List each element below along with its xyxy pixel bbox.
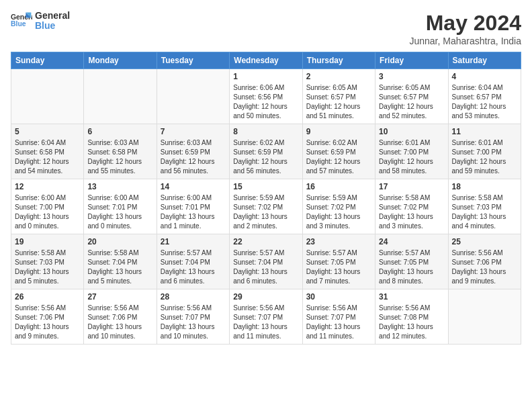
day-number: 17: [379, 182, 444, 191]
day-number: 2: [306, 72, 371, 81]
day-info: Sunrise: 5:56 AM Sunset: 7:07 PM Dayligh…: [161, 304, 226, 341]
day-number: 20: [87, 237, 152, 246]
logo-text-general: General: [35, 11, 70, 21]
day-number: 5: [15, 127, 80, 136]
day-info: Sunrise: 6:06 AM Sunset: 6:56 PM Dayligh…: [233, 83, 298, 121]
calendar-cell: 30Sunrise: 5:56 AM Sunset: 7:07 PM Dayli…: [302, 289, 375, 345]
day-info: Sunrise: 6:05 AM Sunset: 6:57 PM Dayligh…: [306, 83, 371, 121]
day-info: Sunrise: 5:56 AM Sunset: 7:07 PM Dayligh…: [306, 304, 371, 341]
calendar-header: SundayMondayTuesdayWednesdayThursdayFrid…: [11, 52, 521, 69]
calendar-cell: 24Sunrise: 5:57 AM Sunset: 7:05 PM Dayli…: [375, 234, 448, 289]
weekday-saturday: Saturday: [448, 52, 521, 69]
day-info: Sunrise: 5:57 AM Sunset: 7:05 PM Dayligh…: [306, 248, 371, 286]
day-number: 19: [15, 237, 80, 246]
day-number: 6: [87, 127, 152, 136]
day-info: Sunrise: 5:58 AM Sunset: 7:03 PM Dayligh…: [452, 193, 517, 231]
title-block: May 2024 Junnar, Maharashtra, India: [409, 11, 521, 46]
day-number: 26: [15, 292, 80, 302]
day-info: Sunrise: 5:56 AM Sunset: 7:06 PM Dayligh…: [452, 248, 517, 286]
day-info: Sunrise: 5:59 AM Sunset: 7:02 PM Dayligh…: [306, 193, 371, 231]
day-number: 11: [452, 127, 517, 136]
calendar-cell: 16Sunrise: 5:59 AM Sunset: 7:02 PM Dayli…: [302, 179, 375, 234]
calendar-cell: 11Sunrise: 6:01 AM Sunset: 7:00 PM Dayli…: [448, 124, 521, 179]
day-number: 29: [233, 292, 298, 302]
day-info: Sunrise: 5:56 AM Sunset: 7:08 PM Dayligh…: [379, 304, 444, 341]
day-number: 13: [87, 182, 152, 191]
calendar-cell: [448, 289, 521, 345]
day-info: Sunrise: 5:57 AM Sunset: 7:04 PM Dayligh…: [233, 248, 298, 286]
day-number: 22: [233, 237, 298, 246]
calendar-cell: 7Sunrise: 6:03 AM Sunset: 6:59 PM Daylig…: [157, 124, 229, 179]
day-number: 31: [379, 292, 444, 302]
day-info: Sunrise: 6:05 AM Sunset: 6:57 PM Dayligh…: [379, 83, 444, 121]
calendar-cell: 22Sunrise: 5:57 AM Sunset: 7:04 PM Dayli…: [230, 234, 302, 289]
day-info: Sunrise: 5:56 AM Sunset: 7:07 PM Dayligh…: [233, 304, 298, 341]
calendar-week-2: 5Sunrise: 6:04 AM Sunset: 6:58 PM Daylig…: [11, 124, 521, 179]
calendar-cell: 26Sunrise: 5:56 AM Sunset: 7:06 PM Dayli…: [11, 289, 84, 345]
day-info: Sunrise: 6:01 AM Sunset: 7:00 PM Dayligh…: [379, 138, 444, 176]
day-info: Sunrise: 6:00 AM Sunset: 7:00 PM Dayligh…: [15, 193, 80, 231]
weekday-thursday: Thursday: [302, 52, 375, 69]
calendar-cell: 2Sunrise: 6:05 AM Sunset: 6:57 PM Daylig…: [302, 69, 375, 124]
day-number: 21: [161, 237, 226, 246]
calendar-cell: 19Sunrise: 5:58 AM Sunset: 7:03 PM Dayli…: [11, 234, 84, 289]
day-number: 12: [15, 182, 80, 191]
day-number: 25: [452, 237, 517, 246]
day-number: 7: [161, 127, 226, 136]
weekday-wednesday: Wednesday: [230, 52, 302, 69]
calendar-cell: [84, 69, 157, 124]
day-info: Sunrise: 5:57 AM Sunset: 7:05 PM Dayligh…: [379, 248, 444, 286]
calendar-cell: 13Sunrise: 6:00 AM Sunset: 7:01 PM Dayli…: [84, 179, 157, 234]
day-number: 27: [87, 292, 152, 302]
day-info: Sunrise: 6:01 AM Sunset: 7:00 PM Dayligh…: [452, 138, 517, 176]
calendar-cell: 29Sunrise: 5:56 AM Sunset: 7:07 PM Dayli…: [230, 289, 302, 345]
calendar-cell: 21Sunrise: 5:57 AM Sunset: 7:04 PM Dayli…: [157, 234, 229, 289]
page-header: General Blue General Blue May 2024 Junna…: [11, 11, 521, 46]
day-number: 1: [233, 72, 298, 81]
day-info: Sunrise: 5:58 AM Sunset: 7:02 PM Dayligh…: [379, 193, 444, 231]
weekday-tuesday: Tuesday: [157, 52, 229, 69]
logo: General Blue General Blue: [11, 11, 70, 32]
day-info: Sunrise: 6:00 AM Sunset: 7:01 PM Dayligh…: [87, 193, 152, 231]
day-info: Sunrise: 6:02 AM Sunset: 6:59 PM Dayligh…: [306, 138, 371, 176]
month-title: May 2024: [409, 11, 521, 36]
calendar-cell: 3Sunrise: 6:05 AM Sunset: 6:57 PM Daylig…: [375, 69, 448, 124]
calendar-cell: 14Sunrise: 6:00 AM Sunset: 7:01 PM Dayli…: [157, 179, 229, 234]
weekday-monday: Monday: [84, 52, 157, 69]
day-info: Sunrise: 6:02 AM Sunset: 6:59 PM Dayligh…: [233, 138, 298, 176]
day-number: 14: [161, 182, 226, 191]
day-number: 23: [306, 237, 371, 246]
day-info: Sunrise: 6:04 AM Sunset: 6:57 PM Dayligh…: [452, 83, 517, 121]
day-info: Sunrise: 6:00 AM Sunset: 7:01 PM Dayligh…: [161, 193, 226, 231]
day-info: Sunrise: 5:58 AM Sunset: 7:04 PM Dayligh…: [87, 248, 152, 286]
calendar-cell: 12Sunrise: 6:00 AM Sunset: 7:00 PM Dayli…: [11, 179, 84, 234]
calendar-cell: 31Sunrise: 5:56 AM Sunset: 7:08 PM Dayli…: [375, 289, 448, 345]
calendar-cell: 4Sunrise: 6:04 AM Sunset: 6:57 PM Daylig…: [448, 69, 521, 124]
svg-text:Blue: Blue: [11, 21, 26, 28]
day-info: Sunrise: 5:57 AM Sunset: 7:04 PM Dayligh…: [161, 248, 226, 286]
weekday-friday: Friday: [375, 52, 448, 69]
day-info: Sunrise: 6:04 AM Sunset: 6:58 PM Dayligh…: [15, 138, 80, 176]
calendar-cell: [11, 69, 84, 124]
weekday-sunday: Sunday: [11, 52, 84, 69]
day-number: 8: [233, 127, 298, 136]
calendar-cell: 17Sunrise: 5:58 AM Sunset: 7:02 PM Dayli…: [375, 179, 448, 234]
logo-text-blue: Blue: [35, 21, 70, 31]
day-number: 3: [379, 72, 444, 81]
weekday-header-row: SundayMondayTuesdayWednesdayThursdayFrid…: [11, 52, 521, 69]
calendar-cell: 8Sunrise: 6:02 AM Sunset: 6:59 PM Daylig…: [230, 124, 302, 179]
calendar-cell: 25Sunrise: 5:56 AM Sunset: 7:06 PM Dayli…: [448, 234, 521, 289]
day-number: 15: [233, 182, 298, 191]
calendar-week-5: 26Sunrise: 5:56 AM Sunset: 7:06 PM Dayli…: [11, 289, 521, 345]
logo-icon: General Blue: [11, 11, 32, 30]
day-number: 28: [161, 292, 226, 302]
day-number: 18: [452, 182, 517, 191]
calendar-body: 1Sunrise: 6:06 AM Sunset: 6:56 PM Daylig…: [11, 69, 521, 345]
calendar-cell: 1Sunrise: 6:06 AM Sunset: 6:56 PM Daylig…: [230, 69, 302, 124]
day-info: Sunrise: 6:03 AM Sunset: 6:59 PM Dayligh…: [161, 138, 226, 176]
calendar-week-4: 19Sunrise: 5:58 AM Sunset: 7:03 PM Dayli…: [11, 234, 521, 289]
day-info: Sunrise: 5:58 AM Sunset: 7:03 PM Dayligh…: [15, 248, 80, 286]
calendar-cell: 6Sunrise: 6:03 AM Sunset: 6:58 PM Daylig…: [84, 124, 157, 179]
day-number: 30: [306, 292, 371, 302]
calendar-cell: 18Sunrise: 5:58 AM Sunset: 7:03 PM Dayli…: [448, 179, 521, 234]
